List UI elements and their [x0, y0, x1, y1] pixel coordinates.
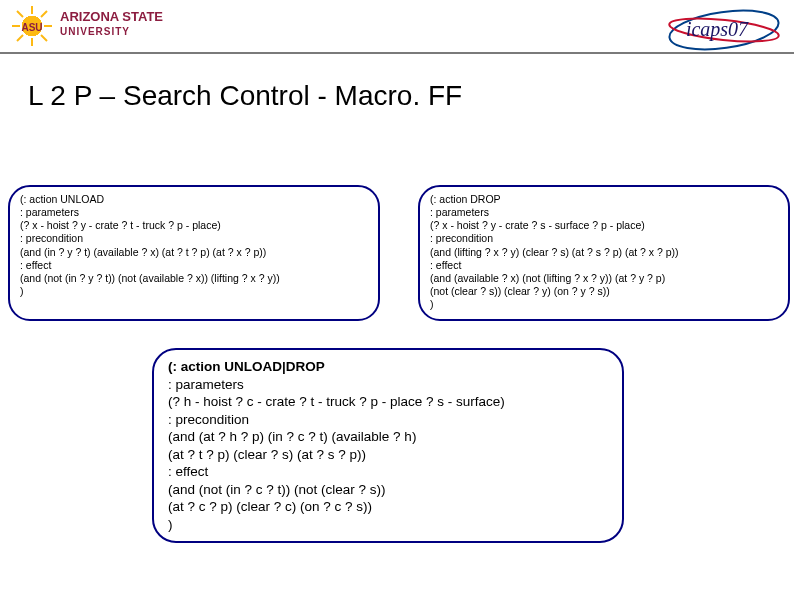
asu-logo: ASU ARIZONA STATE UNIVERSITY [10, 4, 163, 48]
unload-action-box: (: action UNLOAD : parameters (? x - hoi… [8, 185, 380, 321]
unload-line-3: (? x - hoist ? y - crate ? t - truck ? p… [20, 219, 221, 231]
drop-line-5: (and (lifting ? x ? y) (clear ? s) (at ?… [430, 246, 679, 258]
slide-header: ASU ARIZONA STATE UNIVERSITY icaps07 [0, 0, 794, 60]
drop-action-box: (: action DROP : parameters (? x - hoist… [418, 185, 790, 321]
asu-wordmark: ARIZONA STATE UNIVERSITY [60, 4, 163, 37]
svg-line-6 [17, 35, 23, 41]
drop-line-7: (and (available ? x) (not (lifting ? x ?… [430, 272, 665, 284]
combo-line-1: (: action UNLOAD|DROP [168, 359, 325, 374]
combo-line-3: (? h - hoist ? c - crate ? t - truck ? p… [168, 394, 505, 409]
combo-line-6: (at ? t ? p) (clear ? s) (at ? s ? p)) [168, 447, 366, 462]
asu-line1: ARIZONA STATE [60, 10, 163, 24]
unload-line-6: : effect [20, 259, 51, 271]
combo-line-7: : effect [168, 464, 208, 479]
drop-line-8: (not (clear ? s)) (clear ? y) (on ? y ? … [430, 285, 610, 297]
icaps-text: icaps07 [686, 18, 749, 41]
combo-line-2: : parameters [168, 377, 244, 392]
unload-line-1: (: action UNLOAD [20, 193, 104, 205]
svg-line-4 [17, 11, 23, 17]
header-divider [0, 52, 794, 54]
unload-line-4: : precondition [20, 232, 83, 244]
unload-line-8: ) [20, 285, 24, 297]
combo-line-5: (and (at ? h ? p) (in ? c ? t) (availabl… [168, 429, 416, 444]
combo-line-8: (and (not (in ? c ? t)) (not (clear ? s)… [168, 482, 386, 497]
combo-line-9: (at ? c ? p) (clear ? c) (on ? c ? s)) [168, 499, 372, 514]
svg-line-7 [41, 11, 47, 17]
drop-line-2: : parameters [430, 206, 489, 218]
unload-line-7: (and (not (in ? y ? t)) (not (available … [20, 272, 280, 284]
combo-line-10: ) [168, 517, 173, 532]
drop-line-6: : effect [430, 259, 461, 271]
slide-title: L 2 P – Search Control - Macro. FF [28, 80, 462, 112]
asu-line2: UNIVERSITY [60, 24, 163, 37]
drop-line-4: : precondition [430, 232, 493, 244]
drop-line-1: (: action DROP [430, 193, 501, 205]
drop-line-3: (? x - hoist ? y - crate ? s - surface ?… [430, 219, 645, 231]
asu-sunburst-icon: ASU [10, 4, 54, 48]
unload-line-5: (and (in ? y ? t) (available ? x) (at ? … [20, 246, 266, 258]
asu-mark: ASU [21, 22, 42, 33]
unload-drop-macro-box: (: action UNLOAD|DROP : parameters (? h … [152, 348, 624, 543]
combo-line-4: : precondition [168, 412, 249, 427]
unload-line-2: : parameters [20, 206, 79, 218]
svg-line-5 [41, 35, 47, 41]
drop-line-9: ) [430, 298, 434, 310]
